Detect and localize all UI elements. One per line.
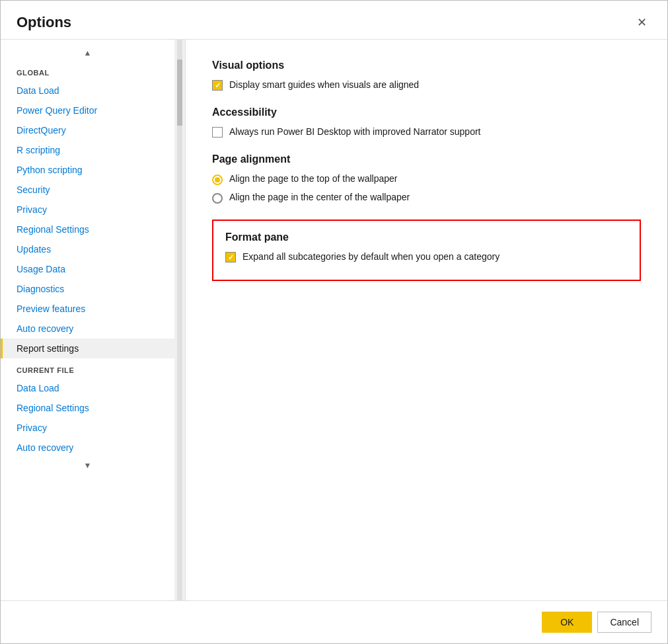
scrollbar-thumb[interactable]	[177, 60, 182, 126]
page-alignment-title: Page alignment	[212, 153, 641, 165]
sidebar-item-cf-auto-recovery[interactable]: Auto recovery	[1, 438, 174, 458]
visual-options-label-1: Display smart guides when visuals are al…	[229, 79, 419, 90]
sidebar: ▲ GLOBAL Data Load Power Query Editor Di…	[1, 40, 186, 600]
chevron-down-icon: ▼	[84, 461, 92, 470]
sidebar-item-regional-settings[interactable]: Regional Settings	[1, 220, 174, 239]
sidebar-item-r-scripting[interactable]: R scripting	[1, 140, 174, 160]
sidebar-item-privacy[interactable]: Privacy	[1, 200, 174, 220]
page-alignment-row-1: Align the page to the top of the wallpap…	[212, 173, 641, 185]
chevron-up-icon: ▲	[84, 48, 92, 58]
sidebar-item-cf-privacy[interactable]: Privacy	[1, 418, 174, 438]
sidebar-item-report-settings[interactable]: Report settings	[1, 339, 174, 358]
sidebar-item-updates[interactable]: Updates	[1, 239, 174, 259]
accessibility-label-1: Always run Power BI Desktop with improve…	[229, 126, 480, 137]
sidebar-content: ▲ GLOBAL Data Load Power Query Editor Di…	[1, 40, 174, 600]
checkmark-icon-2: ✓	[228, 254, 234, 261]
page-alignment-label-2: Align the page in the center of the wall…	[229, 192, 410, 202]
close-button[interactable]: ✕	[632, 13, 651, 32]
page-alignment-radio-2[interactable]	[212, 193, 223, 204]
sidebar-item-auto-recovery[interactable]: Auto recovery	[1, 319, 174, 339]
global-section-label: GLOBAL	[1, 61, 174, 81]
sidebar-item-directquery[interactable]: DirectQuery	[1, 120, 174, 140]
checkmark-icon: ✓	[215, 82, 221, 89]
sidebar-item-usage-data[interactable]: Usage Data	[1, 259, 174, 279]
page-alignment-row-2: Align the page in the center of the wall…	[212, 192, 641, 204]
visual-options-title: Visual options	[212, 60, 641, 71]
page-alignment-radio-1[interactable]	[212, 175, 223, 185]
visual-options-checkbox-1[interactable]: ✓	[212, 80, 223, 91]
format-pane-title: Format pane	[225, 231, 628, 243]
accessibility-title: Accessibility	[212, 106, 641, 118]
scroll-down-button[interactable]: ▼	[1, 458, 174, 473]
visual-options-row-1: ✓ Display smart guides when visuals are …	[212, 79, 641, 91]
sidebar-item-data-load[interactable]: Data Load	[1, 81, 174, 101]
sidebar-item-preview-features[interactable]: Preview features	[1, 299, 174, 319]
sidebar-item-power-query-editor[interactable]: Power Query Editor	[1, 101, 174, 120]
dialog-body: ▲ GLOBAL Data Load Power Query Editor Di…	[1, 39, 667, 600]
page-alignment-section: Page alignment Align the page to the top…	[212, 153, 641, 204]
sidebar-item-security[interactable]: Security	[1, 180, 174, 200]
format-pane-label-1: Expand all subcategories by default when…	[242, 251, 500, 262]
accessibility-row-1: Always run Power BI Desktop with improve…	[212, 126, 641, 138]
sidebar-item-cf-data-load[interactable]: Data Load	[1, 378, 174, 398]
scroll-up-button[interactable]: ▲	[1, 45, 174, 61]
cancel-button[interactable]: Cancel	[597, 612, 651, 633]
options-dialog: Options ✕ ▲ GLOBAL Data Load Power Query…	[0, 0, 668, 644]
format-pane-checkbox-1[interactable]: ✓	[225, 252, 236, 262]
visual-options-section: Visual options ✓ Display smart guides wh…	[212, 60, 641, 91]
sidebar-item-diagnostics[interactable]: Diagnostics	[1, 279, 174, 299]
page-alignment-label-1: Align the page to the top of the wallpap…	[229, 173, 398, 184]
format-pane-row-1: ✓ Expand all subcategories by default wh…	[225, 251, 628, 262]
radio-fill-icon	[215, 177, 220, 182]
accessibility-checkbox-1[interactable]	[212, 127, 223, 138]
current-file-section-label: CURRENT FILE	[1, 358, 174, 378]
dialog-title: Options	[17, 14, 71, 31]
main-content: Visual options ✓ Display smart guides wh…	[186, 40, 667, 600]
format-pane-section: Format pane ✓ Expand all subcategories b…	[212, 220, 641, 281]
dialog-header: Options ✕	[1, 1, 667, 39]
ok-button[interactable]: OK	[542, 612, 592, 633]
dialog-footer: OK Cancel	[1, 600, 667, 643]
accessibility-section: Accessibility Always run Power BI Deskto…	[212, 106, 641, 138]
sidebar-item-cf-regional-settings[interactable]: Regional Settings	[1, 398, 174, 418]
sidebar-item-python-scripting[interactable]: Python scripting	[1, 160, 174, 180]
